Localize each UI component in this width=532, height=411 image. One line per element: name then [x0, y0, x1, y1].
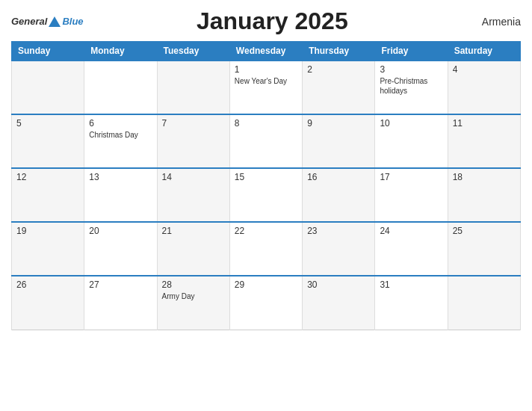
day-number: 29 — [235, 279, 297, 290]
calendar-header-row: Sunday Monday Tuesday Wednesday Thursday… — [12, 42, 521, 61]
day-event: Army Day — [162, 291, 225, 301]
day-number: 31 — [380, 279, 442, 290]
day-number: 21 — [162, 226, 225, 236]
calendar-cell — [84, 61, 157, 114]
calendar-cell: 12 — [12, 168, 84, 222]
calendar-cell: 13 — [84, 168, 157, 222]
calendar-cell: 27 — [84, 276, 157, 330]
calendar-cell: 3Pre-Christmas holidays — [375, 61, 448, 114]
calendar-cell: 24 — [375, 222, 448, 276]
calendar-cell — [157, 61, 229, 114]
calendar-cell: 14 — [157, 168, 229, 222]
calendar-cell: 19 — [12, 222, 84, 276]
day-number: 30 — [307, 279, 370, 290]
day-number: 26 — [16, 279, 79, 290]
day-number: 7 — [162, 118, 225, 129]
day-number: 5 — [16, 118, 79, 129]
calendar-cell: 28Army Day — [157, 276, 229, 330]
calendar-cell: 22 — [229, 222, 302, 276]
calendar-cell: 23 — [303, 222, 375, 276]
day-number: 12 — [16, 172, 79, 182]
calendar-cell: 30 — [303, 276, 375, 330]
calendar-week-row: 1New Year's Day23Pre-Christmas holidays4 — [12, 61, 521, 114]
day-number: 6 — [89, 118, 152, 129]
calendar-cell: 20 — [84, 222, 157, 276]
logo-blue-text: Blue — [62, 16, 83, 27]
calendar-cell: 11 — [448, 114, 520, 168]
col-wednesday: Wednesday — [229, 42, 302, 61]
calendar-cell: 9 — [303, 114, 375, 168]
page: General Blue January 2025 Armenia Sunday… — [0, 0, 532, 411]
day-number: 3 — [380, 64, 442, 75]
calendar-cell: 31 — [375, 276, 448, 330]
calendar-cell: 6Christmas Day — [84, 114, 157, 168]
logo-general-text: General — [11, 16, 47, 27]
day-number: 22 — [235, 226, 297, 236]
day-number: 1 — [235, 64, 297, 75]
day-number: 15 — [235, 172, 297, 182]
day-number: 10 — [380, 118, 442, 129]
day-number: 2 — [307, 64, 370, 75]
calendar-cell: 4 — [448, 61, 520, 114]
col-tuesday: Tuesday — [157, 42, 229, 61]
day-event: New Year's Day — [235, 76, 297, 86]
calendar-week-row: 56Christmas Day7891011 — [12, 114, 521, 168]
calendar-table: Sunday Monday Tuesday Wednesday Thursday… — [11, 41, 521, 330]
calendar-cell: 18 — [448, 168, 520, 222]
logo-triangle-icon — [49, 16, 61, 27]
calendar-cell: 8 — [229, 114, 302, 168]
calendar-cell: 29 — [229, 276, 302, 330]
day-number: 28 — [162, 279, 225, 290]
calendar-title: January 2025 — [84, 7, 461, 35]
calendar-cell: 26 — [12, 276, 84, 330]
day-event: Pre-Christmas holidays — [380, 76, 442, 96]
col-friday: Friday — [375, 42, 448, 61]
calendar-cell — [448, 276, 520, 330]
day-number: 19 — [16, 226, 79, 236]
calendar-week-row: 12131415161718 — [12, 168, 521, 222]
col-monday: Monday — [84, 42, 157, 61]
calendar-week-row: 262728Army Day293031 — [12, 276, 521, 330]
day-event: Christmas Day — [89, 130, 152, 140]
calendar-cell: 15 — [229, 168, 302, 222]
day-number: 17 — [380, 172, 442, 182]
day-number: 14 — [162, 172, 225, 182]
calendar-cell: 21 — [157, 222, 229, 276]
day-number: 8 — [235, 118, 297, 129]
day-number: 20 — [89, 226, 152, 236]
calendar-cell: 1New Year's Day — [229, 61, 302, 114]
day-number: 27 — [89, 279, 152, 290]
calendar-cell: 10 — [375, 114, 448, 168]
header: General Blue January 2025 Armenia — [11, 7, 521, 35]
col-saturday: Saturday — [448, 42, 520, 61]
calendar-cell: 16 — [303, 168, 375, 222]
calendar-cell — [12, 61, 84, 114]
day-number: 24 — [380, 226, 442, 236]
logo: General Blue — [11, 16, 84, 27]
day-number: 16 — [307, 172, 370, 182]
day-number: 13 — [89, 172, 152, 182]
day-number: 25 — [453, 226, 516, 236]
day-number: 4 — [453, 64, 516, 75]
calendar-cell: 25 — [448, 222, 520, 276]
day-number: 9 — [307, 118, 370, 129]
calendar-cell: 5 — [12, 114, 84, 168]
calendar-cell: 2 — [303, 61, 375, 114]
calendar-cell: 7 — [157, 114, 229, 168]
col-sunday: Sunday — [12, 42, 84, 61]
calendar-week-row: 19202122232425 — [12, 222, 521, 276]
calendar-cell: 17 — [375, 168, 448, 222]
country-label: Armenia — [461, 16, 521, 28]
day-number: 23 — [307, 226, 370, 236]
col-thursday: Thursday — [303, 42, 375, 61]
day-number: 11 — [453, 118, 516, 129]
day-number: 18 — [453, 172, 516, 182]
